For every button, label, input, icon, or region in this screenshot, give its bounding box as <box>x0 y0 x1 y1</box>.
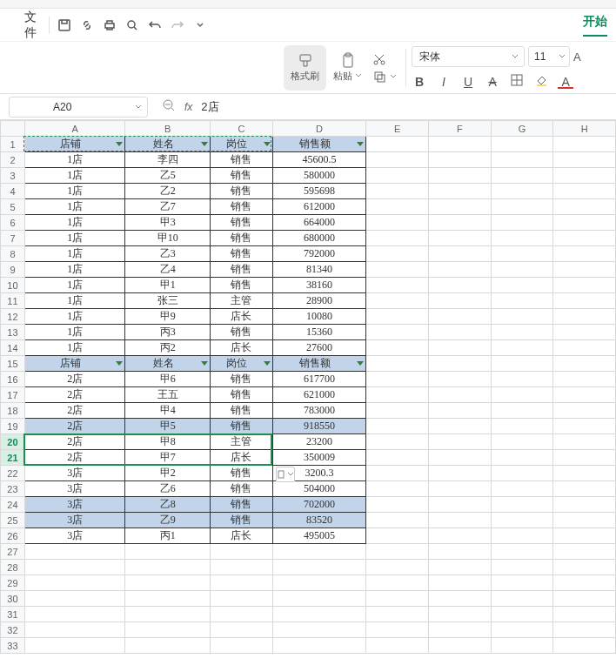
cell[interactable]: 店长 <box>211 450 273 466</box>
cell[interactable]: 2店 <box>24 403 125 419</box>
cell[interactable] <box>553 356 616 372</box>
cell[interactable] <box>553 372 616 387</box>
cell[interactable]: 甲4 <box>125 403 211 419</box>
cell[interactable]: 918550 <box>272 419 366 434</box>
cell[interactable] <box>429 246 492 262</box>
cell[interactable] <box>366 434 429 450</box>
cell[interactable] <box>429 434 492 450</box>
cell[interactable] <box>491 387 553 403</box>
preview-button[interactable] <box>121 14 144 37</box>
cell[interactable] <box>366 372 429 387</box>
border-button[interactable] <box>509 74 525 89</box>
row-header[interactable]: 20 <box>1 434 25 450</box>
row-header[interactable]: 31 <box>1 607 25 622</box>
cell[interactable]: 27600 <box>272 340 366 356</box>
cell[interactable] <box>125 591 211 607</box>
cell[interactable] <box>429 622 492 638</box>
col-header-H[interactable]: H <box>553 121 616 137</box>
cell[interactable] <box>553 575 616 591</box>
cell[interactable]: 1店 <box>24 184 125 199</box>
cell[interactable]: 81340 <box>272 262 366 278</box>
cell[interactable] <box>491 450 553 466</box>
cell[interactable] <box>491 215 553 231</box>
cell[interactable] <box>211 560 273 575</box>
cell[interactable] <box>429 638 492 654</box>
row-header[interactable]: 23 <box>1 481 25 497</box>
cell[interactable] <box>24 591 125 607</box>
cell[interactable]: 甲7 <box>125 450 211 466</box>
row-header[interactable]: 28 <box>1 560 25 575</box>
filter-dropdown-icon[interactable] <box>116 142 123 146</box>
row-header[interactable]: 1 <box>1 137 25 152</box>
cell[interactable] <box>366 262 429 278</box>
cell[interactable]: 乙4 <box>125 262 211 278</box>
cell[interactable]: 乙5 <box>125 168 211 184</box>
cell[interactable]: 702000 <box>272 497 366 513</box>
cell[interactable] <box>366 450 429 466</box>
cell[interactable] <box>366 560 429 575</box>
cell[interactable] <box>272 607 366 622</box>
link-button[interactable] <box>76 14 98 37</box>
cell[interactable] <box>429 497 492 513</box>
paste-button[interactable]: 粘贴 <box>326 45 369 91</box>
filter-dropdown-icon[interactable] <box>201 361 208 366</box>
cell[interactable]: 丙3 <box>125 325 211 340</box>
col-header-C[interactable]: C <box>211 121 273 137</box>
cell[interactable]: 甲10 <box>125 231 211 246</box>
filter-dropdown-icon[interactable] <box>264 142 271 146</box>
cell[interactable]: 店长 <box>211 528 273 544</box>
row-header[interactable]: 2 <box>1 152 25 168</box>
cell[interactable]: 10080 <box>272 309 366 325</box>
row-header[interactable]: 13 <box>1 325 25 340</box>
cell[interactable]: 店铺 <box>24 356 125 372</box>
cell[interactable]: 504000 <box>272 481 366 497</box>
row-header[interactable]: 25 <box>1 513 25 528</box>
cell[interactable]: 1店 <box>24 168 125 184</box>
row-header[interactable]: 27 <box>1 544 25 560</box>
cell[interactable] <box>24 622 125 638</box>
cell[interactable]: 2店 <box>24 434 125 450</box>
cell[interactable] <box>553 199 616 215</box>
cell[interactable] <box>491 528 553 544</box>
cell[interactable] <box>429 262 492 278</box>
row-header[interactable]: 30 <box>1 591 25 607</box>
cell[interactable] <box>491 513 553 528</box>
font-name-select[interactable]: 宋体 <box>412 46 525 67</box>
cell[interactable]: 乙3 <box>125 246 211 262</box>
row-header[interactable]: 19 <box>1 419 25 434</box>
cell[interactable]: 销售 <box>211 215 273 231</box>
cell[interactable]: 甲6 <box>125 372 211 387</box>
font-size-select[interactable]: 11 <box>528 46 570 67</box>
row-header[interactable]: 9 <box>1 262 25 278</box>
cell[interactable] <box>553 591 616 607</box>
cell[interactable]: 28900 <box>272 293 366 309</box>
cell[interactable] <box>491 372 553 387</box>
cell[interactable]: 2店 <box>24 387 125 403</box>
cell[interactable] <box>366 591 429 607</box>
cell[interactable] <box>553 638 616 654</box>
cell[interactable] <box>429 466 492 481</box>
cell[interactable] <box>429 372 492 387</box>
cell[interactable] <box>553 184 616 199</box>
cell[interactable]: 销售 <box>211 372 273 387</box>
fx-icon[interactable]: fx <box>184 101 192 113</box>
cell[interactable]: 1店 <box>24 231 125 246</box>
cell[interactable]: 45600.5 <box>272 152 366 168</box>
cell[interactable] <box>366 356 429 372</box>
bold-button[interactable]: B <box>412 75 427 89</box>
cell[interactable] <box>366 403 429 419</box>
cell[interactable]: 1店 <box>24 325 125 340</box>
col-header-F[interactable]: F <box>429 121 492 137</box>
cell[interactable] <box>366 184 429 199</box>
cell[interactable]: 乙8 <box>125 497 211 513</box>
format-painter-button[interactable]: 格式刷 <box>284 45 326 91</box>
cell[interactable] <box>366 575 429 591</box>
cell[interactable] <box>125 575 211 591</box>
cell[interactable]: 销售 <box>211 481 273 497</box>
cell[interactable] <box>429 152 492 168</box>
cell[interactable] <box>272 575 366 591</box>
cell[interactable]: 3店 <box>24 497 125 513</box>
cell[interactable]: 595698 <box>272 184 366 199</box>
cell[interactable] <box>553 231 616 246</box>
font-color-button[interactable]: A <box>558 75 573 89</box>
